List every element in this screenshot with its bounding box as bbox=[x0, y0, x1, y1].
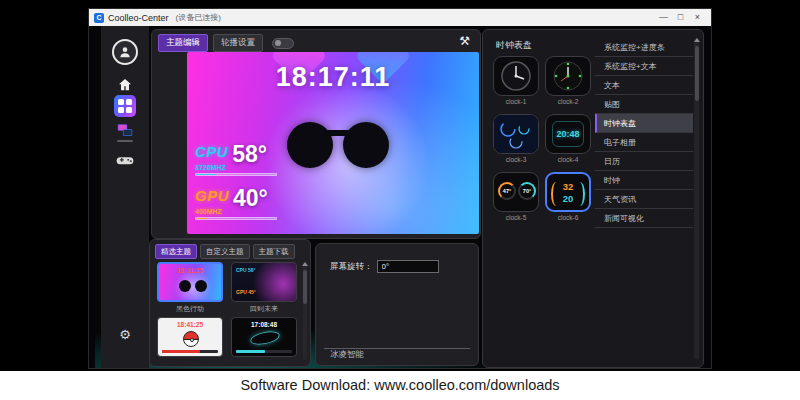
clock-thumb-1[interactable] bbox=[493, 56, 539, 96]
gamepad-icon[interactable] bbox=[113, 148, 137, 172]
clock-duo-top: 32 bbox=[547, 181, 589, 193]
cpu-load-bar bbox=[195, 173, 277, 176]
theme-thumb-time: 18:41:25 bbox=[158, 321, 222, 328]
clock-label: clock-3 bbox=[493, 156, 539, 163]
mini-sunglasses-left bbox=[179, 280, 191, 292]
tab-custom-themes[interactable]: 自定义主题 bbox=[200, 244, 250, 259]
gpu-label: GPU bbox=[195, 188, 229, 203]
thumb-gpu-readout: GPU 45° bbox=[236, 289, 256, 295]
pokeball-icon bbox=[183, 331, 199, 347]
theme-thumb-time: 18:31:25 bbox=[159, 267, 221, 274]
sunglasses-bridge bbox=[325, 130, 351, 136]
sidebar: ⚙ bbox=[101, 26, 149, 368]
tab-featured-themes[interactable]: 精选主题 bbox=[155, 244, 197, 259]
app-logo-icon: C bbox=[94, 13, 104, 23]
theme-preview[interactable]: 18:17:11 CPU 58° 3726MHZ GPU 40° bbox=[187, 52, 479, 234]
theme-thumb-label: 回到未来 bbox=[231, 304, 297, 314]
preview-clock-time: 18:17:11 bbox=[187, 62, 479, 93]
clock-label: clock-2 bbox=[545, 98, 591, 105]
tab-theme-download[interactable]: 主题下载 bbox=[253, 244, 295, 259]
clock-duo-bottom: 20 bbox=[547, 193, 589, 205]
clock-thumb-5[interactable]: 47° 70° bbox=[493, 172, 539, 212]
themes-list-panel: 精选主题 自定义主题 主题下载 18:31:25 CPU 58° GPU 45°… bbox=[149, 239, 311, 367]
theme-thumb-pokeball[interactable]: 18:41:25 bbox=[157, 317, 223, 357]
menu-item-clock-faces[interactable]: 时钟表盘 bbox=[595, 114, 693, 133]
scroll-up-icon[interactable] bbox=[694, 38, 700, 42]
theme-thumb-time: 17:08:48 bbox=[232, 321, 296, 328]
sunglasses-right bbox=[343, 122, 389, 168]
stage: C Coolleo-Center (设备已连接) — □ × bbox=[0, 0, 800, 400]
clock-panel-title: 时钟表盘 bbox=[496, 39, 532, 52]
screen-settings-panel: 屏幕旋转： 冰凌智能 bbox=[315, 243, 479, 366]
connection-status: (设备已连接) bbox=[176, 12, 221, 23]
rotation-label: 屏幕旋转： bbox=[330, 261, 373, 273]
gauge-left: 47° bbox=[498, 182, 516, 200]
themes-scrollbar[interactable] bbox=[303, 262, 307, 360]
gauge-right: 70° bbox=[518, 182, 536, 200]
mini-sunglasses-right bbox=[195, 280, 207, 292]
window-body: ⚙ 主题编辑 轮播设置 ⚒ 18:17:11 bbox=[89, 26, 711, 368]
menu-scrollbar[interactable] bbox=[694, 38, 699, 359]
theme-thumb-label: 黑色行动 bbox=[157, 304, 223, 314]
cpu-overlay: CPU 58° 3726MHZ bbox=[195, 144, 291, 176]
clock-thumb-4[interactable]: 20:48 bbox=[545, 114, 591, 154]
minimize-button[interactable]: — bbox=[655, 10, 672, 25]
gpu-temp: 40° bbox=[233, 188, 268, 209]
cpu-label: CPU bbox=[195, 144, 228, 159]
tools-icon[interactable]: ⚒ bbox=[459, 34, 470, 48]
menu-item-photo-album[interactable]: 电子相册 bbox=[595, 133, 693, 152]
cpu-temp: 58° bbox=[232, 144, 267, 165]
clock-label: clock-1 bbox=[493, 98, 539, 105]
thumb-cpu-readout: CPU 58° bbox=[236, 267, 256, 273]
gpu-load-fill bbox=[196, 218, 208, 219]
thumb-progress-bar bbox=[162, 350, 218, 353]
app-window: C Coolleo-Center (设备已连接) — □ × bbox=[88, 8, 712, 369]
rotation-input[interactable] bbox=[377, 260, 439, 273]
sidebar-divider bbox=[113, 139, 137, 143]
brand-label: 冰凌智能 bbox=[330, 349, 364, 361]
widget-category-menu: 系统监控+进度条 系统监控+文本 文本 贴图 时钟表盘 电子相册 日历 时钟 天… bbox=[595, 38, 693, 228]
titlebar[interactable]: C Coolleo-Center (设备已连接) — □ × bbox=[89, 9, 711, 26]
window-title: Coolleo-Center bbox=[108, 13, 169, 23]
thumb-progress-bar bbox=[236, 350, 292, 353]
gpu-load-bar bbox=[195, 217, 277, 220]
settings-gear-icon[interactable]: ⚙ bbox=[113, 322, 137, 346]
clock-faces-panel: 时钟表盘 bbox=[482, 29, 704, 368]
tab-carousel-settings[interactable]: 轮播设置 bbox=[213, 34, 263, 52]
theme-thumb-cat[interactable]: 18:31:25 bbox=[157, 262, 223, 302]
theme-thumb-swirl[interactable]: 17:08:48 bbox=[231, 317, 297, 357]
cpu-load-fill bbox=[196, 174, 216, 175]
menu-item-calendar[interactable]: 日历 bbox=[595, 152, 693, 171]
menu-item-sysmon-text[interactable]: 系统监控+文本 bbox=[595, 57, 693, 76]
close-button[interactable]: × bbox=[689, 10, 706, 25]
scroll-up-icon[interactable] bbox=[302, 262, 308, 266]
theme-editor-panel: 主题编辑 轮播设置 ⚒ 18:17:11 CPU 58° bbox=[151, 29, 481, 239]
menu-item-weather-info[interactable]: 天气资讯 bbox=[595, 190, 693, 209]
theme-thumb-cyber[interactable]: CPU 58° GPU 45° bbox=[231, 262, 297, 302]
caption-text: Software Download: www.coolleo.com/downl… bbox=[0, 371, 800, 400]
menu-item-sysmon-progress[interactable]: 系统监控+进度条 bbox=[595, 38, 693, 57]
menu-item-clock[interactable]: 时钟 bbox=[595, 171, 693, 190]
clock-digital-time: 20:48 bbox=[546, 129, 590, 139]
menu-item-sticker[interactable]: 贴图 bbox=[595, 95, 693, 114]
carousel-toggle[interactable] bbox=[272, 38, 294, 49]
clock-thumb-6[interactable]: 32 20 bbox=[545, 172, 591, 212]
user-avatar-icon[interactable] bbox=[112, 39, 138, 65]
swirl-decoration bbox=[249, 329, 281, 347]
menu-item-text[interactable]: 文本 bbox=[595, 76, 693, 95]
gpu-overlay: GPU 40° 400MHZ bbox=[195, 188, 291, 220]
clock-thumb-2[interactable] bbox=[545, 56, 591, 96]
clock-label: clock-6 bbox=[545, 214, 591, 221]
sunglasses-left bbox=[287, 122, 333, 168]
themes-grid-icon[interactable] bbox=[113, 94, 137, 118]
clock-thumb-3[interactable] bbox=[493, 114, 539, 154]
clock-label: clock-4 bbox=[545, 156, 591, 163]
tab-theme-edit[interactable]: 主题编辑 bbox=[158, 34, 208, 52]
maximize-button[interactable]: □ bbox=[672, 10, 689, 25]
menu-item-news-visual[interactable]: 新闻可视化 bbox=[595, 209, 693, 228]
clock-label: clock-5 bbox=[493, 214, 539, 221]
